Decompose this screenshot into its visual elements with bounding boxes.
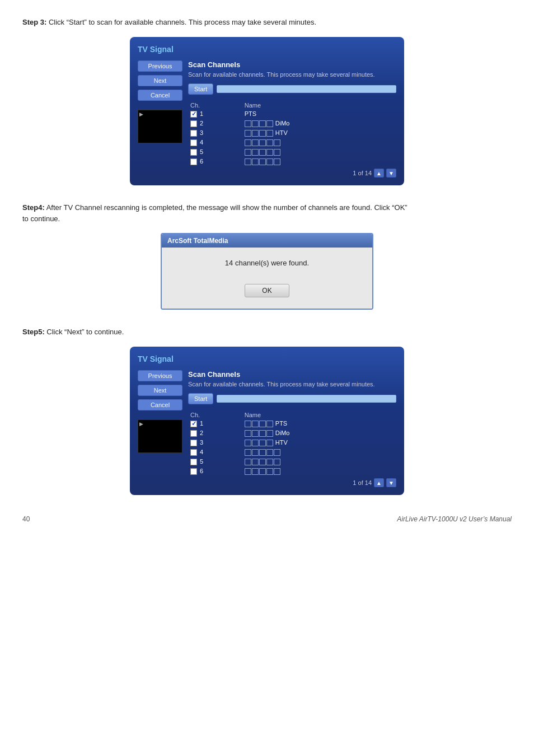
arcsoft-body: 14 channel(s) were found. OK [162,248,372,309]
channel-box [245,468,251,475]
previous-button-2[interactable]: Previous [138,370,182,381]
ch-header-1: Ch. [188,101,242,109]
channel-box [266,459,273,465]
channel-name: PTS [242,419,396,428]
channel-name [242,157,396,166]
channel-box [274,468,280,475]
cancel-button-1[interactable]: Cancel [138,90,182,101]
channel-ch: 2 [188,428,242,438]
channel-box [245,449,251,456]
step4-label: Step4: [22,203,45,212]
channel-box [259,468,266,475]
channel-box [245,459,251,465]
page-up-btn-2[interactable]: ▲ [374,478,384,487]
channel-box [266,449,273,456]
channel-name [242,447,396,457]
channel-ch: 2 [188,119,242,128]
channel-checkbox[interactable] [190,120,197,127]
channel-box [274,449,280,456]
channel-box [252,430,259,437]
channel-table-1: Ch. Name 1 PTS 2 DiMo 3 HTV 4 5 6 [188,101,396,167]
channel-box [259,139,266,146]
channel-box [259,421,266,427]
channel-box [266,158,273,165]
table-row: 3 HTV [188,128,396,138]
channel-box [259,149,266,156]
tv-preview-label-2: ▶ [139,421,143,427]
table-row: 3 HTV [188,438,396,447]
step3-text: Step 3: Click “Start” to scan for availa… [22,17,414,28]
progress-bar-2 [217,395,396,403]
channel-checkbox[interactable] [190,440,197,446]
table-row: 4 [188,447,396,457]
pagination-text-2: 1 of 14 [353,479,372,486]
arcsoft-title: ArcSoft TotalMedia [162,234,372,248]
channel-checkbox[interactable] [190,468,197,475]
table-row: 2 DiMo [188,119,396,128]
tv-preview-2: ▶ [138,419,182,453]
channel-checkbox[interactable] [190,421,197,427]
start-button-1[interactable]: Start [188,83,213,95]
channel-checkbox[interactable] [190,459,197,465]
channel-checkbox[interactable] [190,430,197,437]
table-row: 5 [188,457,396,466]
page-up-btn-1[interactable]: ▲ [374,169,384,178]
ok-button[interactable]: OK [245,284,289,297]
table-row: 5 [188,147,396,157]
step3-label: Step 3: [22,18,46,26]
channel-box [274,158,280,165]
channel-ch: 4 [188,138,242,147]
channel-box [266,421,273,427]
previous-button-1[interactable]: Previous [138,60,182,72]
channel-box [252,421,259,427]
name-header-1: Name [242,101,396,109]
channel-checkbox[interactable] [190,449,197,456]
channel-box [274,139,280,146]
cancel-button-2[interactable]: Cancel [138,399,182,410]
channel-ch: 1 [188,419,242,428]
channel-box [259,440,266,446]
channel-box [245,149,251,156]
channel-checkbox[interactable] [190,111,197,118]
step4-content: After TV Channel rescanning is completed… [22,203,407,223]
channel-box [252,149,259,156]
channel-checkbox[interactable] [190,149,197,156]
channel-checkbox[interactable] [190,130,197,137]
channel-box [252,468,259,475]
channel-name [242,138,396,147]
step5-label: Step5: [22,328,45,336]
next-button-1[interactable]: Next [138,75,182,86]
channel-ch: 4 [188,447,242,457]
tv-signal-dialog-2: TV Signal Previous Next Cancel ▶ Scan Ch… [130,347,404,496]
channel-box [252,158,259,165]
scan-progress-row-1: Start [188,83,396,95]
page-down-btn-2[interactable]: ▼ [386,478,396,487]
channel-box [266,440,273,446]
tv-dialog2-left: Previous Next Cancel ▶ [138,370,182,488]
channel-ch: 5 [188,457,242,466]
channel-ch: 6 [188,157,242,166]
table-row: 2 DiMo [188,428,396,438]
tv-dialog1-left: Previous Next Cancel ▶ [138,60,182,178]
step5-content: Click “Next” to continue. [45,328,124,336]
channel-ch: 3 [188,128,242,138]
page-down-btn-1[interactable]: ▼ [386,169,396,178]
channel-ch: 3 [188,438,242,447]
channel-name: DiMo [242,119,396,128]
channel-checkbox[interactable] [190,139,197,146]
start-button-2[interactable]: Start [188,393,213,404]
channel-box [259,130,266,137]
channel-box [245,139,251,146]
channel-checkbox[interactable] [190,158,197,165]
pagination-text-1: 1 of 14 [353,170,372,176]
step5-text: Step5: Click “Next” to continue. [22,326,414,338]
channel-box [259,120,266,127]
name-header-2: Name [242,411,396,419]
channel-ch: 6 [188,466,242,476]
next-button-2[interactable]: Next [138,385,182,396]
channel-box [266,430,273,437]
channel-box [252,449,259,456]
footer: 40 AirLive AirTV-1000U v2 User’s Manual [22,512,512,523]
channel-box [252,139,259,146]
channel-name: HTV [242,438,396,447]
